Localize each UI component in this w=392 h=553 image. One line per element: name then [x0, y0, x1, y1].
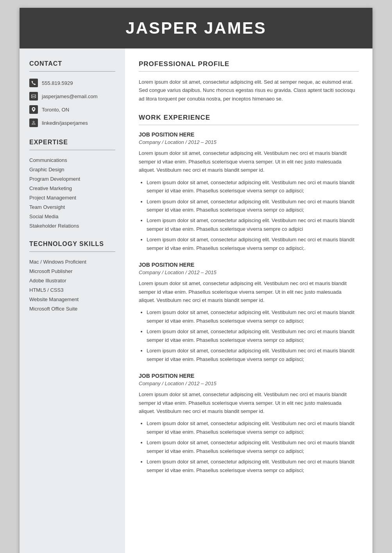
contact-phone: 555.819.5929 — [29, 79, 115, 87]
job-1-bullet-1: Lorem ipsum dolor sit amet, consectetur … — [147, 198, 359, 214]
expertise-item-2: Program Development — [29, 176, 115, 182]
technology-section: TECHNOLOGY SKILLS Mac / Windows Proficie… — [29, 241, 115, 312]
job-3-bullet-2: Lorem ipsum dolor sit amet, consectetur … — [147, 458, 359, 474]
work-experience-title: WORK EXPERIENCE — [139, 114, 359, 122]
contact-divider — [29, 71, 115, 72]
job-1-bullet-2: Lorem ipsum dolor sit amet, consectetur … — [147, 216, 359, 233]
job-3-bullets: Lorem ipsum dolor sit amet, consectetur … — [139, 419, 359, 474]
main-content: PROFESSIONAL PROFILE Lorem ipsum dolor s… — [125, 48, 372, 553]
expertise-divider — [29, 150, 115, 150]
job-2: JOB POSITION HERE Company / Location / 2… — [139, 262, 359, 363]
job-3-description: Lorem ipsum dolor sit amet, consectetur … — [139, 390, 359, 415]
linkedin-icon — [29, 118, 38, 127]
expertise-item-6: Social Media — [29, 214, 115, 219]
job-3: JOB POSITION HERE Company / Location / 2… — [139, 373, 359, 474]
job-3-title: JOB POSITION HERE — [139, 373, 359, 379]
body: CONTACT 555.819.5929 jasperjames@email.c… — [20, 48, 372, 553]
full-name: JASPER JAMES — [35, 19, 357, 38]
job-1: JOB POSITION HERE Company / Location / 2… — [139, 131, 359, 252]
contact-title: CONTACT — [29, 60, 115, 67]
expertise-item-3: Creative Marketing — [29, 185, 115, 191]
expertise-title: EXPERTISE — [29, 139, 115, 146]
phone-icon — [29, 79, 38, 87]
tech-item-1: Microsoft Publisher — [29, 268, 115, 274]
tech-item-5: Microsoft Office Suite — [29, 306, 115, 312]
job-2-bullet-1: Lorem ipsum dolor sit amet, consectetur … — [147, 327, 359, 344]
expertise-section: EXPERTISE Communications Graphic Design … — [29, 139, 115, 229]
location-icon — [29, 105, 38, 114]
profile-text: Lorem ipsum dolor sit amet, consectetur … — [139, 78, 359, 103]
resume-page: JASPER JAMES CONTACT 555.819.5929 — [20, 8, 372, 553]
job-2-description: Lorem ipsum dolor sit amet, consectetur … — [139, 279, 359, 304]
job-1-bullet-0: Lorem ipsum dolor sit amet, consectetur … — [147, 178, 359, 195]
contact-email: jasperjames@email.com — [29, 92, 115, 101]
job-3-company: Company / Location / 2012 – 2015 — [139, 381, 359, 386]
work-experience-divider — [139, 125, 359, 125]
job-1-bullets: Lorem ipsum dolor sit amet, consectetur … — [139, 178, 359, 253]
job-1-description: Lorem ipsum dolor sit amet, consectetur … — [139, 149, 359, 174]
job-1-bullet-3: Lorem ipsum dolor sit amet, consectetur … — [147, 235, 359, 252]
tech-item-0: Mac / Windows Proficient — [29, 259, 115, 265]
expertise-item-7: Stakeholder Relations — [29, 223, 115, 229]
header: JASPER JAMES — [20, 8, 372, 48]
expertise-item-5: Team Oversight — [29, 204, 115, 210]
contact-linkedin: linkedin/jasperjames — [29, 118, 115, 127]
tech-item-3: HTML5 / CSS3 — [29, 287, 115, 293]
tech-item-2: Adobe Illustrator — [29, 278, 115, 284]
job-2-bullet-0: Lorem ipsum dolor sit amet, consectetur … — [147, 308, 359, 325]
job-3-bullet-0: Lorem ipsum dolor sit amet, consectetur … — [147, 419, 359, 436]
email-icon — [29, 92, 38, 101]
job-2-title: JOB POSITION HERE — [139, 262, 359, 268]
job-2-bullets: Lorem ipsum dolor sit amet, consectetur … — [139, 308, 359, 363]
expertise-item-0: Communications — [29, 157, 115, 163]
expertise-item-1: Graphic Design — [29, 167, 115, 172]
expertise-item-4: Project Management — [29, 195, 115, 201]
job-3-bullet-1: Lorem ipsum dolor sit amet, consectetur … — [147, 438, 359, 455]
job-2-company: Company / Location / 2012 – 2015 — [139, 269, 359, 275]
job-1-title: JOB POSITION HERE — [139, 131, 359, 138]
job-1-company: Company / Location / 2012 – 2015 — [139, 139, 359, 145]
profile-title: PROFESSIONAL PROFILE — [139, 60, 359, 68]
technology-divider — [29, 251, 115, 252]
email-text: jasperjames@email.com — [42, 93, 98, 99]
job-2-bullet-2: Lorem ipsum dolor sit amet, consectetur … — [147, 347, 359, 363]
linkedin-text: linkedin/jasperjames — [42, 120, 88, 126]
work-experience-section: WORK EXPERIENCE JOB POSITION HERE Compan… — [139, 114, 359, 474]
profile-section: PROFESSIONAL PROFILE Lorem ipsum dolor s… — [139, 60, 359, 103]
profile-divider — [139, 71, 359, 72]
tech-item-4: Website Management — [29, 296, 115, 302]
location-text: Toronto, ON — [42, 107, 69, 113]
technology-title: TECHNOLOGY SKILLS — [29, 241, 115, 248]
sidebar: CONTACT 555.819.5929 jasperjames@email.c… — [20, 48, 125, 553]
contact-section: CONTACT 555.819.5929 jasperjames@email.c… — [29, 60, 115, 127]
phone-text: 555.819.5929 — [42, 80, 73, 86]
contact-location: Toronto, ON — [29, 105, 115, 114]
